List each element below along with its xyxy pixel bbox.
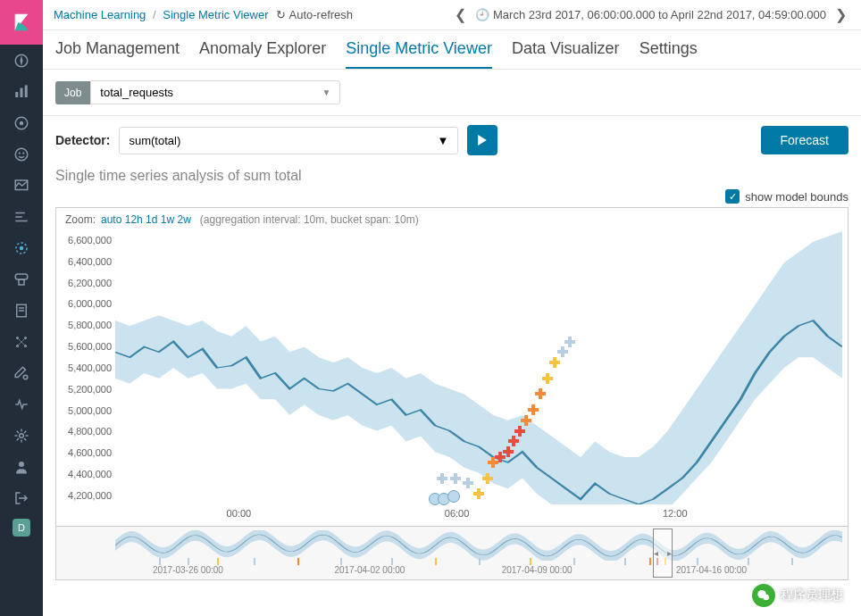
anomaly-marker[interactable]	[463, 478, 473, 488]
main: Machine Learning / Single Metric Viewer …	[43, 0, 861, 616]
anomaly-marker[interactable]	[508, 436, 519, 446]
svg-rect-3	[25, 85, 28, 97]
zoom-auto[interactable]: auto	[101, 213, 121, 226]
svg-point-13	[20, 246, 24, 250]
nav-logs[interactable]	[0, 295, 43, 326]
zoom-12h[interactable]: 12h	[125, 213, 143, 226]
svg-point-26	[20, 433, 24, 437]
play-button[interactable]	[467, 125, 497, 155]
kibana-logo[interactable]	[0, 0, 43, 45]
space-badge[interactable]: D	[13, 519, 30, 537]
svg-point-27	[19, 462, 24, 467]
anomaly-marker[interactable]	[482, 473, 493, 484]
model-bounds-toggle[interactable]: ✓ show model bounds	[55, 189, 848, 204]
wechat-icon	[752, 584, 775, 607]
svg-rect-10	[15, 212, 25, 213]
nav-dashboard[interactable]	[0, 107, 43, 138]
swimlane[interactable]: 2017-03-26 00:002017-04-02 00:002017-04-…	[56, 526, 848, 579]
detector-select[interactable]: sum(total) ▼	[119, 127, 458, 154]
nav-ml[interactable]	[0, 232, 43, 263]
play-icon	[477, 135, 488, 146]
svg-point-8	[22, 152, 24, 154]
time-nav: ❮ 🕘 March 23rd 2017, 06:00:00.000 to Apr…	[451, 6, 850, 23]
swimlane-ticks: 2017-03-26 00:002017-04-02 00:002017-04-…	[115, 565, 842, 578]
job-row: Job total_requests ▼	[43, 70, 861, 116]
svg-rect-12	[15, 220, 28, 221]
anomaly-marker[interactable]	[514, 426, 525, 437]
tab-anomaly-explorer[interactable]: Anomaly Explorer	[199, 39, 326, 69]
tabs: Job ManagementAnomaly ExplorerSingle Met…	[43, 30, 861, 70]
x-axis: 00:0006:0012:00	[115, 508, 842, 526]
zoom-2w[interactable]: 2w	[177, 213, 190, 226]
anomaly-marker[interactable]	[542, 373, 553, 384]
anomaly-marker[interactable]	[528, 404, 539, 415]
nav-timelion[interactable]	[0, 170, 43, 201]
anomaly-marker[interactable]	[447, 490, 460, 503]
detector-label: Detector:	[55, 133, 110, 147]
chart-area[interactable]: 6,600,0006,400,0006,200,0006,000,0005,80…	[56, 231, 848, 526]
svg-point-7	[19, 152, 21, 154]
nav-graph[interactable]	[0, 326, 43, 357]
anomaly-marker[interactable]	[557, 346, 568, 357]
breadcrumb: Machine Learning / Single Metric Viewer	[54, 8, 269, 21]
chart-zoom-controls: Zoom: auto 12h 1d 1w 2w (aggregation int…	[56, 208, 848, 231]
breadcrumb-page[interactable]: Single Metric Viewer	[163, 8, 268, 21]
anomaly-marker[interactable]	[549, 357, 560, 368]
nav-monitoring[interactable]	[0, 388, 43, 420]
anomaly-marker[interactable]	[521, 415, 531, 426]
job-label: Job	[55, 81, 90, 104]
clock-icon: 🕘	[475, 8, 489, 21]
topbar: Machine Learning / Single Metric Viewer …	[43, 0, 861, 30]
zoom-1w[interactable]: 1w	[161, 213, 174, 226]
forecast-button[interactable]: Forecast	[761, 126, 848, 154]
plot[interactable]	[115, 231, 842, 504]
anomaly-marker[interactable]	[450, 473, 461, 484]
nav-discover[interactable]	[0, 45, 43, 76]
time-next-button[interactable]: ❯	[832, 6, 850, 23]
tab-settings[interactable]: Settings	[639, 39, 698, 69]
chart-shell: Zoom: auto 12h 1d 1w 2w (aggregation int…	[55, 207, 848, 580]
swimlane-window[interactable]: ◂ ▸	[653, 529, 673, 578]
watermark: 程序员理想	[752, 584, 843, 607]
nav-management[interactable]	[0, 420, 43, 451]
detector-row: Detector: sum(total) ▼ Forecast	[55, 125, 848, 155]
tab-job-management[interactable]: Job Management	[55, 39, 180, 69]
nav-apm[interactable]	[0, 201, 43, 232]
nav-devtools[interactable]	[0, 357, 43, 388]
nav-infra[interactable]	[0, 263, 43, 295]
anomaly-marker[interactable]	[473, 488, 484, 499]
caret-down-icon: ▼	[438, 134, 449, 147]
auto-refresh-toggle[interactable]: ↻ Auto-refresh	[276, 8, 354, 21]
svg-rect-1	[15, 92, 18, 97]
checkbox-icon: ✓	[725, 189, 740, 204]
svg-point-25	[23, 375, 28, 379]
chart-subtitle: Single time series analysis of sum total	[55, 168, 848, 184]
nav-logout[interactable]	[0, 482, 43, 513]
svg-rect-2	[21, 87, 23, 97]
svg-point-5	[20, 121, 24, 125]
tab-single-metric-viewer[interactable]: Single Metric Viewer	[346, 39, 492, 69]
anomaly-marker[interactable]	[564, 337, 575, 347]
anomaly-marker[interactable]	[535, 388, 546, 399]
content: Detector: sum(total) ▼ Forecast Single t…	[43, 116, 861, 616]
refresh-icon: ↻	[276, 8, 286, 21]
swimlane-overview	[115, 530, 842, 561]
zoom-1d[interactable]: 1d	[146, 213, 157, 226]
nav-user[interactable]	[0, 451, 43, 482]
svg-rect-11	[15, 216, 22, 218]
breadcrumb-root[interactable]: Machine Learning	[54, 8, 146, 21]
handle-left-icon[interactable]: ◂	[654, 548, 658, 558]
caret-down-icon: ▼	[322, 87, 330, 97]
tab-data-visualizer[interactable]: Data Visualizer	[512, 39, 620, 69]
svg-point-29	[763, 595, 769, 601]
y-axis: 6,600,0006,400,0006,200,0006,000,0005,80…	[56, 231, 115, 504]
job-select[interactable]: total_requests ▼	[90, 80, 340, 104]
anomaly-marker[interactable]	[503, 446, 514, 457]
time-range-picker[interactable]: 🕘 March 23rd 2017, 06:00:00.000 to April…	[475, 8, 826, 21]
time-prev-button[interactable]: ❮	[451, 6, 470, 23]
nav-emoji[interactable]	[0, 138, 43, 170]
nav-visualize[interactable]	[0, 76, 43, 107]
svg-point-6	[15, 148, 28, 161]
handle-right-icon[interactable]: ▸	[667, 548, 672, 558]
anomaly-marker[interactable]	[437, 473, 447, 484]
